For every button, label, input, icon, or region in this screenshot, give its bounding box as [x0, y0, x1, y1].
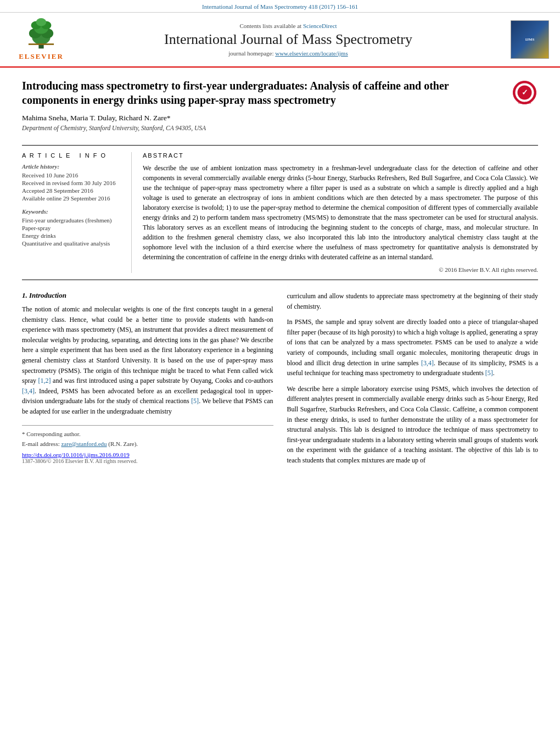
abstract-heading: ABSTRACT [143, 152, 538, 159]
citation-3-4b[interactable]: [3,4] [421, 359, 434, 367]
body-right-col: curriculum and allow students to appreci… [287, 291, 539, 471]
article-content: Introducing mass spectrometry to first-y… [0, 68, 560, 482]
elsevier-tree-icon [19, 18, 63, 51]
keywords-label: Keywords: [22, 208, 123, 215]
keyword-1: First-year undergraduates (freshmen) [22, 217, 123, 224]
elsevier-logo: ELSEVIER [11, 18, 71, 61]
keyword-4: Quantitative and qualitative analysis [22, 240, 123, 247]
footnote-star-text: * Corresponding author. [22, 430, 273, 438]
article-info-abstract-section: A R T I C L E I N F O Article history: R… [22, 145, 538, 280]
sciencedirect-link[interactable]: ScienceDirect [303, 23, 337, 29]
page-wrapper: International Journal of Mass Spectromet… [0, 0, 560, 482]
keyword-3: Energy drinks [22, 232, 123, 239]
affiliation: Department of Chemistry, Stanford Univer… [22, 125, 502, 131]
available-date: Available online 29 September 2016 [22, 195, 123, 202]
crossmark-badge: ✓ CrossMark [511, 79, 538, 106]
article-history-label: Article history: [22, 163, 123, 170]
abstract-col: ABSTRACT We describe the use of ambient … [143, 152, 538, 273]
keywords-section: Keywords: First-year undergraduates (fre… [22, 208, 123, 247]
elsevier-brand-text: ELSEVIER [19, 52, 64, 61]
body-left-col: 1. Introduction The notion of atomic and… [22, 291, 273, 471]
journal-header: ELSEVIER Contents lists available at Sci… [0, 13, 560, 68]
section1-title: 1. Introduction [22, 291, 273, 300]
accepted-date: Accepted 28 September 2016 [22, 187, 123, 194]
keyword-2: Paper-spray [22, 225, 123, 231]
revised-date: Received in revised form 30 July 2016 [22, 180, 123, 186]
journal-reference-bar: International Journal of Mass Spectromet… [0, 0, 560, 13]
article-title-text: Introducing mass spectrometry to first-y… [22, 79, 502, 140]
footnote-section: * Corresponding author. E-mail address: … [22, 425, 273, 465]
article-title: Introducing mass spectrometry to first-y… [22, 79, 502, 107]
doi-anchor[interactable]: http://dx.doi.org/10.1016/j.ijms.2016.09… [22, 451, 130, 458]
section1-right-text-3: We describe here a simple laboratory exe… [287, 384, 539, 466]
journal-logo-right: IJMS [505, 20, 549, 59]
journal-title-block: Contents lists available at ScienceDirec… [71, 23, 505, 57]
citation-5a[interactable]: [5] [191, 397, 199, 405]
citation-1-2[interactable]: [1,2] [38, 377, 51, 384]
svg-rect-8 [29, 43, 54, 45]
citation-3-4[interactable]: [3,4] [22, 387, 35, 395]
citation-5b[interactable]: [5] [485, 369, 493, 377]
section1-right-text-1: curriculum and allow students to appreci… [287, 291, 539, 311]
svg-point-7 [36, 18, 46, 26]
svg-text:✓: ✓ [521, 88, 528, 97]
received-date: Received 10 June 2016 [22, 172, 123, 178]
journal-reference: International Journal of Mass Spectromet… [202, 3, 358, 10]
doi-link[interactable]: http://dx.doi.org/10.1016/j.ijms.2016.09… [22, 451, 273, 458]
section1-left-text: The notion of atomic and molecular weigh… [22, 304, 273, 417]
authors: Mahima Sneha, Maria T. Dulay, Richard N.… [22, 114, 502, 122]
article-title-section: Introducing mass spectrometry to first-y… [22, 79, 538, 140]
contents-line: Contents lists available at ScienceDirec… [71, 23, 505, 29]
article-body: 1. Introduction The notion of atomic and… [22, 291, 538, 471]
crossmark-icon: ✓ CrossMark [512, 80, 537, 105]
journal-logo-icon: IJMS [511, 20, 549, 59]
footnote-email-link[interactable]: zare@stanford.edu [61, 440, 107, 447]
journal-name: International Journal of Mass Spectromet… [71, 31, 505, 48]
rights-text: 1387-3806/© 2016 Elsevier B.V. All right… [22, 458, 273, 464]
section1-right-text-2: In PSMS, the sample and spray solvent ar… [287, 317, 539, 378]
article-info-heading: A R T I C L E I N F O [22, 152, 123, 159]
svg-text:CrossMark: CrossMark [518, 101, 531, 104]
abstract-text: We describe the use of ambient ionizatio… [143, 163, 538, 262]
homepage-link[interactable]: www.elsevier.com/locate/ijms [275, 50, 348, 57]
copyright-line: © 2016 Elsevier B.V. All rights reserved… [143, 266, 538, 273]
footnote-email-text: E-mail address: zare@stanford.edu (R.N. … [22, 440, 273, 448]
journal-homepage: journal homepage: www.elsevier.com/locat… [71, 50, 505, 57]
article-info-col: A R T I C L E I N F O Article history: R… [22, 152, 132, 273]
